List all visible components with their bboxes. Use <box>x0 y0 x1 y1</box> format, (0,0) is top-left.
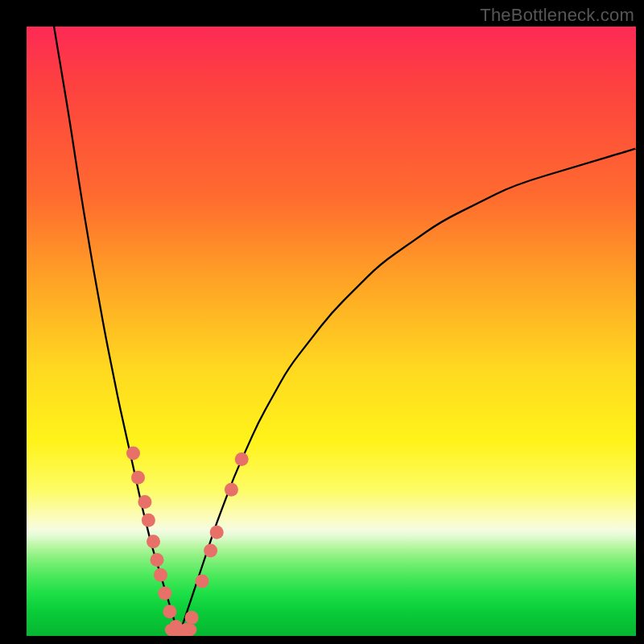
marker-dot <box>185 611 199 625</box>
marker-dot <box>151 553 164 567</box>
plot-area <box>27 27 636 636</box>
marker-dot <box>225 483 238 497</box>
marker-dot <box>158 587 171 601</box>
chart-frame: TheBottleneck.com <box>0 0 644 644</box>
marker-dot <box>126 446 140 460</box>
marker-dot <box>131 471 145 485</box>
marker-dot <box>196 574 209 588</box>
marker-dot <box>235 452 249 466</box>
curve-left-branch <box>54 27 179 636</box>
watermark-text: TheBottleneck.com <box>480 5 634 26</box>
marker-dot <box>163 605 176 618</box>
marker-dot <box>147 535 160 548</box>
marker-dot <box>210 526 224 539</box>
marker-dot <box>154 568 167 582</box>
marker-dot <box>204 544 217 558</box>
marker-dot <box>138 495 151 509</box>
curves-svg <box>27 27 636 636</box>
marker-dot <box>142 514 155 527</box>
curve-right-branch <box>179 148 636 636</box>
